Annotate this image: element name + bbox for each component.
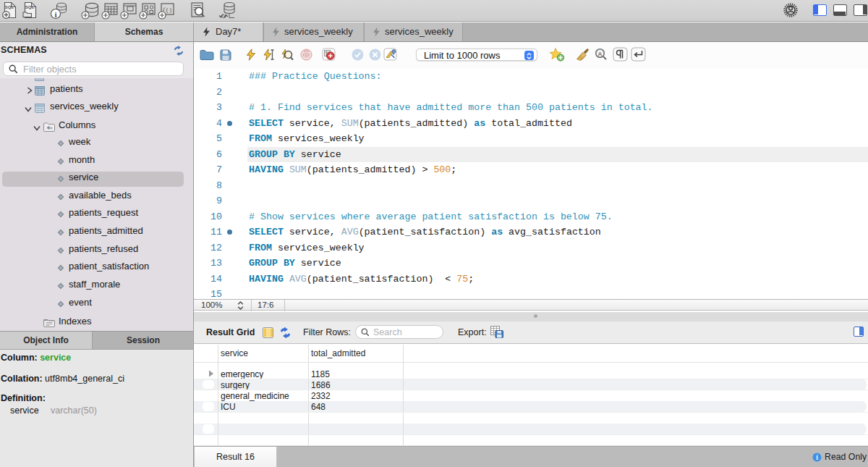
svg-text:i: i xyxy=(54,10,56,19)
svg-text:i: i xyxy=(816,454,818,461)
svg-text:( ): ( ) xyxy=(166,7,172,13)
svg-text:A: A xyxy=(598,51,603,57)
svg-text:SQL: SQL xyxy=(25,5,35,9)
svg-text:SQL: SQL xyxy=(5,5,14,9)
